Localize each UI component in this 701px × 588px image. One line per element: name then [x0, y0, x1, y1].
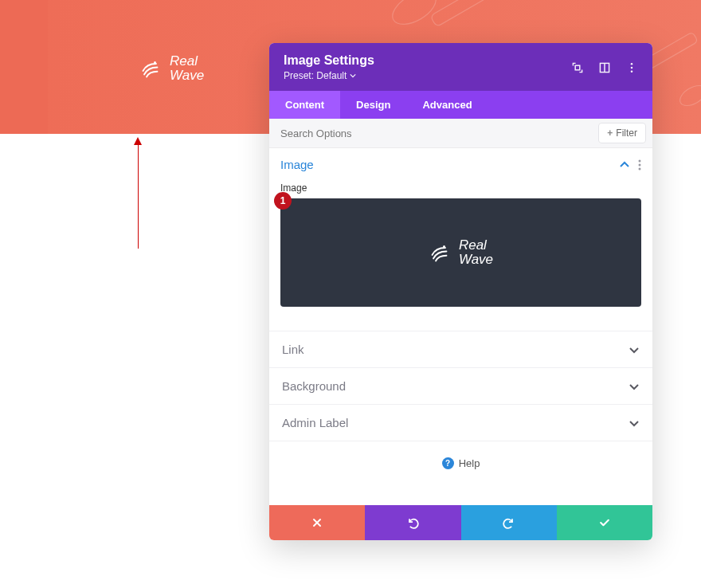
- svg-point-11: [639, 159, 641, 162]
- kebab-icon[interactable]: [625, 61, 638, 74]
- preset-selector[interactable]: Preset: Default: [284, 70, 374, 81]
- cancel-button[interactable]: [269, 505, 365, 540]
- modal-footer: [269, 505, 652, 540]
- accordion-label: Admin Label: [282, 416, 348, 429]
- help-label: Help: [459, 457, 480, 469]
- chevron-up-icon[interactable]: [619, 159, 630, 171]
- annotation-arrow: [138, 142, 139, 249]
- svg-rect-1: [430, 0, 499, 27]
- plus-icon: +: [607, 127, 613, 139]
- preview-mark-icon: [429, 241, 452, 265]
- section-title: Image: [280, 158, 314, 171]
- preview-logo: Real Wave: [429, 238, 493, 267]
- hero-left-stripe: [0, 0, 48, 134]
- redo-button[interactable]: [461, 505, 557, 540]
- chevron-down-icon: [629, 344, 640, 355]
- chevron-down-icon: [629, 417, 640, 429]
- tab-advanced[interactable]: Advanced: [406, 91, 488, 119]
- tab-design[interactable]: Design: [340, 91, 406, 119]
- preset-label: Preset: Default: [284, 70, 347, 81]
- image-field-label: Image: [269, 178, 652, 198]
- brand-mark-icon: [139, 57, 163, 80]
- accordion-label: Link: [282, 343, 304, 356]
- help-icon: ?: [442, 457, 454, 469]
- filter-label: Filter: [616, 127, 637, 139]
- accordion-admin-label[interactable]: Admin Label: [269, 405, 652, 441]
- filter-button[interactable]: + Filter: [598, 123, 646, 143]
- accordion-link[interactable]: Link: [269, 331, 652, 368]
- svg-point-12: [639, 163, 641, 166]
- brand-text: Real Wave: [170, 54, 204, 83]
- svg-point-2: [676, 81, 701, 109]
- modal-title: Image Settings: [284, 53, 374, 68]
- accordion: Link Background Admin Label: [269, 331, 652, 441]
- svg-rect-5: [575, 65, 580, 70]
- settings-tabs: Content Design Advanced: [269, 91, 652, 119]
- expand-icon[interactable]: [571, 61, 584, 74]
- preview-brand-line2: Wave: [459, 252, 493, 267]
- modal-header: Image Settings Preset: Default: [269, 43, 652, 91]
- section-kebab-icon[interactable]: [638, 159, 641, 171]
- accordion-label: Background: [282, 379, 346, 393]
- brand-logo: Real Wave: [139, 54, 204, 83]
- image-settings-modal: Image Settings Preset: Default Content D…: [269, 43, 652, 540]
- svg-point-13: [639, 167, 641, 170]
- svg-point-4: [154, 61, 156, 64]
- search-row: + Filter: [269, 119, 652, 148]
- svg-point-9: [631, 66, 633, 69]
- brand-line2: Wave: [170, 68, 204, 83]
- help-link[interactable]: ? Help: [269, 441, 652, 472]
- modal-body: Image Image 1 Real: [269, 148, 652, 505]
- undo-button[interactable]: [365, 505, 460, 540]
- svg-point-14: [443, 245, 445, 248]
- brand-line1: Real: [170, 53, 198, 69]
- svg-point-8: [631, 62, 633, 65]
- accordion-background[interactable]: Background: [269, 368, 652, 405]
- image-preview[interactable]: 1 Real Wave: [280, 198, 641, 307]
- svg-point-10: [631, 70, 633, 73]
- svg-point-0: [387, 0, 441, 31]
- close-icon: [311, 516, 323, 529]
- tab-content[interactable]: Content: [269, 91, 340, 119]
- check-icon: [598, 516, 611, 529]
- search-input[interactable]: [280, 127, 598, 139]
- preview-brand-line1: Real: [459, 237, 487, 253]
- chevron-down-icon: [629, 381, 640, 392]
- undo-icon: [406, 516, 419, 529]
- annotation-badge: 1: [274, 192, 292, 210]
- columns-icon[interactable]: [598, 61, 611, 74]
- section-image-header[interactable]: Image: [269, 148, 652, 178]
- caret-down-icon: [350, 73, 356, 79]
- redo-icon: [503, 516, 515, 529]
- save-button[interactable]: [557, 505, 652, 540]
